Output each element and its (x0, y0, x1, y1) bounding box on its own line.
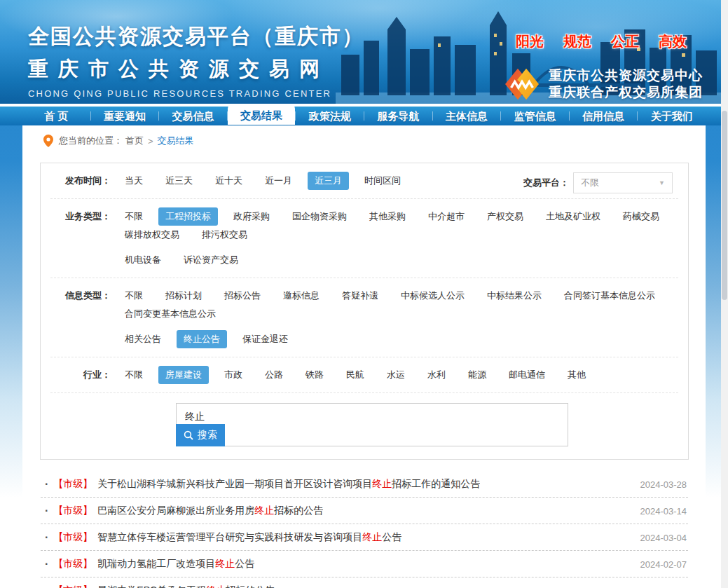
result-title-link[interactable]: 巴南区公安分局麻柳派出所业务用房终止招标的公告 (97, 505, 323, 517)
slogan-word: 阳光 (516, 32, 544, 51)
result-row: ·【市级】凯瑞动力氢能工厂改造项目终止公告2024-02-07 (41, 551, 688, 577)
filter-option[interactable]: 水运 (380, 366, 412, 384)
nav-item-9[interactable]: 信用信息 (570, 107, 638, 125)
nav-item-5[interactable]: 政策法规 (296, 107, 364, 125)
result-date: 2024-02-07 (640, 559, 687, 570)
result-date: 2024-03-14 (640, 506, 687, 517)
level-tag: 【市级】 (53, 505, 92, 517)
search-button-label: 搜索 (198, 429, 217, 442)
nav-item-6[interactable]: 服务导航 (364, 107, 432, 125)
filter-option[interactable]: 不限 (118, 287, 150, 305)
filter-option[interactable]: 招标计划 (158, 287, 209, 305)
filter-option[interactable]: 不限 (118, 366, 150, 384)
slogan-word: 公正 (611, 32, 639, 51)
result-list: ·【市级】关于松山湖科学城新兴科技产业园一期项目首开区设计咨询项目终止招标工作的… (41, 471, 688, 588)
slogan-word: 高效 (659, 32, 687, 51)
nav-item-4[interactable]: 交易结果 (228, 104, 296, 125)
filter-option[interactable]: 水利 (420, 366, 453, 384)
filter-option[interactable]: 近三天 (158, 172, 200, 190)
filter-option[interactable]: 公路 (258, 366, 290, 384)
filter-option[interactable]: 排污权交易 (195, 226, 254, 244)
trade-platform-select[interactable]: 不限 ▼ (573, 172, 673, 193)
filter-option[interactable]: 能源 (461, 366, 493, 384)
bullet: · (45, 558, 48, 570)
filter-label: 信息类型： (50, 283, 111, 352)
nav-item-3[interactable]: 交易信息 (159, 107, 227, 125)
slogan-word: 规范 (563, 32, 591, 51)
filter-option[interactable]: 招标公告 (217, 287, 268, 305)
filter-option[interactable]: 房屋建设 (158, 366, 209, 384)
result-row: ·【市级】关于松山湖科学城新兴科技产业园一期项目首开区设计咨询项目终止招标工作的… (41, 471, 688, 498)
level-tag: 【市级】 (53, 558, 92, 570)
main-nav: 首 页重要通知交易信息交易结果政策法规服务导航主体信息监管信息信用信息关于我们 (0, 107, 728, 125)
filter-option[interactable]: 碳排放权交易 (118, 226, 186, 244)
nav-item-10[interactable]: 关于我们 (638, 107, 706, 125)
breadcrumb-current[interactable]: 交易结果 (158, 135, 194, 147)
scrollbar[interactable] (721, 0, 728, 588)
filter-row: 业务类型：不限工程招投标政府采购国企物资采购其他采购中介超市产权交易土地及矿业权… (50, 199, 678, 278)
filter-option[interactable]: 中标结果公示 (480, 287, 549, 305)
site-title-national: 全国公共资源交易平台（重庆市） (28, 22, 364, 51)
filter-option[interactable]: 产权交易 (480, 207, 530, 226)
filter-option[interactable]: 相关公告 (118, 330, 168, 348)
search-button[interactable]: 搜索 (176, 424, 225, 446)
result-title-link[interactable]: 智慧立体停车楼运营管理平台研究与实践科技研发与咨询项目终止公告 (97, 531, 401, 544)
filter-option[interactable]: 不限 (118, 207, 150, 226)
trade-platform-label: 交易平台： (523, 177, 569, 189)
filter-option[interactable]: 国企物资采购 (285, 207, 354, 226)
scrollbar-thumb[interactable] (722, 111, 727, 300)
nav-item-1[interactable]: 首 页 (22, 107, 90, 125)
filter-option[interactable]: 邀标信息 (276, 287, 327, 305)
level-tag: 【市级】 (53, 584, 92, 588)
filter-option[interactable]: 当天 (118, 172, 150, 190)
filter-option[interactable]: 近一月 (258, 172, 299, 190)
filter-option[interactable]: 土地及矿业权 (539, 207, 607, 226)
filter-option[interactable]: 铁路 (298, 366, 331, 384)
filter-option[interactable]: 近三月 (308, 172, 349, 190)
filter-option[interactable]: 终止公告 (177, 330, 227, 348)
filter-label: 业务类型： (50, 204, 111, 273)
filter-panel: 发布时间：当天近三天近十天近一月近三月时间区间业务类型：不限工程招投标政府采购国… (40, 163, 689, 460)
search-input[interactable] (177, 404, 568, 425)
filter-option[interactable]: 诉讼资产交易 (177, 251, 245, 269)
bullet: · (45, 478, 48, 491)
breadcrumb-separator: > (148, 136, 153, 146)
breadcrumb-home-link[interactable]: 首页 (125, 135, 144, 147)
filter-option[interactable]: 市政 (217, 366, 249, 384)
filter-row: 行业：不限房屋建设市政公路铁路民航水运水利能源邮电通信其他 (50, 357, 678, 393)
filter-option[interactable]: 民航 (339, 366, 371, 384)
filter-option[interactable]: 药械交易 (616, 207, 666, 226)
org-line-exchange-group: 重庆联合产权交易所集团 (549, 84, 703, 101)
filter-option[interactable]: 合同签订基本信息公示 (557, 287, 662, 305)
filter-option[interactable]: 中标候选人公示 (394, 287, 472, 305)
filter-option[interactable]: 近十天 (208, 172, 249, 190)
filter-option[interactable]: 其他 (561, 366, 593, 384)
filter-option[interactable]: 中介超市 (421, 207, 472, 226)
filter-row: 信息类型：不限招标计划招标公告邀标信息答疑补遗中标候选人公示中标结果公示合同签订… (50, 278, 678, 357)
level-tag: 【市级】 (53, 478, 92, 491)
filter-option[interactable]: 邮电通信 (502, 366, 552, 384)
result-title-link[interactable]: 星湖中学EPC总承包工程终止招标的公告 (97, 584, 275, 588)
bullet: · (45, 531, 48, 544)
filter-option[interactable]: 政府采购 (226, 207, 277, 226)
result-title-link[interactable]: 关于松山湖科学城新兴科技产业园一期项目首开区设计咨询项目终止招标工作的通知公告 (97, 478, 480, 491)
nav-item-7[interactable]: 主体信息 (433, 107, 501, 125)
filter-option[interactable]: 合同变更基本信息公示 (118, 305, 223, 323)
trade-platform-filter: 交易平台： 不限 ▼ (523, 172, 673, 193)
search-box: 搜索 (176, 403, 568, 446)
filter-label: 行业： (50, 362, 111, 388)
filter-option[interactable]: 机电设备 (118, 251, 168, 269)
breadcrumb: 您当前的位置： 首页 > 交易结果 (22, 125, 706, 153)
filter-option[interactable]: 保证金退还 (235, 330, 295, 348)
site-header-banner: 全国公共资源交易平台（重庆市） 重庆市公共资源交易网 CHONG QING PU… (0, 0, 728, 104)
filter-option[interactable]: 时间区间 (357, 172, 408, 190)
nav-item-2[interactable]: 重要通知 (91, 107, 159, 125)
site-title-chongqing: 重庆市公共资源交易网 (28, 55, 364, 83)
filter-option[interactable]: 其他采购 (362, 207, 413, 226)
bullet: · (45, 584, 48, 588)
filter-option[interactable]: 答疑补遗 (335, 287, 385, 305)
result-row: ·【市级】智慧立体停车楼运营管理平台研究与实践科技研发与咨询项目终止公告2024… (41, 524, 688, 551)
nav-item-8[interactable]: 监管信息 (501, 107, 569, 125)
filter-option[interactable]: 工程招投标 (158, 207, 218, 226)
result-title-link[interactable]: 凯瑞动力氢能工厂改造项目终止公告 (97, 558, 254, 570)
